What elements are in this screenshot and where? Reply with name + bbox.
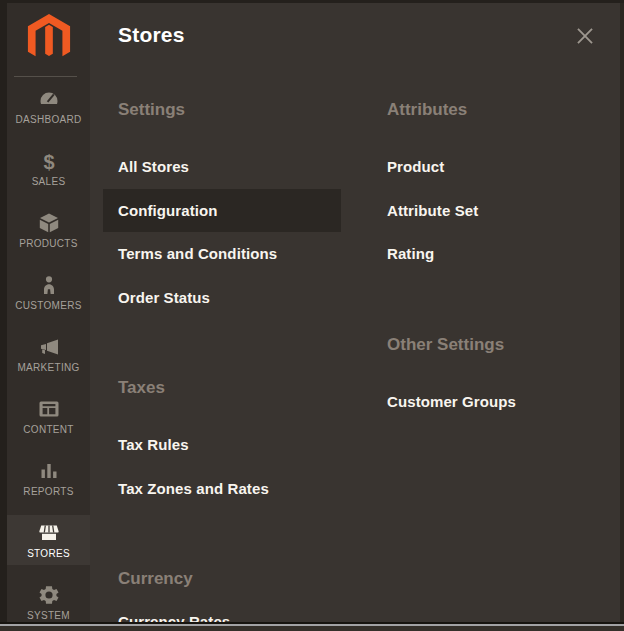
flyout-column-1: Settings All Stores Configuration Terms … xyxy=(103,99,341,631)
menu-item-attribute-set[interactable]: Attribute Set xyxy=(372,189,610,233)
window-right-edge xyxy=(620,0,624,631)
gear-icon xyxy=(37,583,61,607)
flyout-body: Settings All Stores Configuration Terms … xyxy=(90,99,620,631)
sidebar-item-customers[interactable]: CUSTOMERS xyxy=(7,267,90,317)
group-heading: Currency xyxy=(103,568,341,590)
menu-item-rating[interactable]: Rating xyxy=(372,232,610,276)
sidebar-item-label: STORES xyxy=(27,548,70,560)
sidebar-item-label: PRODUCTS xyxy=(19,238,78,250)
group-heading: Settings xyxy=(103,99,341,121)
close-icon[interactable] xyxy=(572,23,598,49)
menu-item-tax-zones-and-rates[interactable]: Tax Zones and Rates xyxy=(103,467,341,511)
menu-item-tax-rules[interactable]: Tax Rules xyxy=(103,423,341,467)
box-icon xyxy=(37,211,61,235)
sidebar-item-marketing[interactable]: MARKETING xyxy=(7,329,90,379)
group-settings: Settings All Stores Configuration Terms … xyxy=(103,99,341,319)
flyout-column-2: Attributes Product Attribute Set Rating … xyxy=(372,99,610,631)
bar-chart-icon xyxy=(37,459,61,483)
menu-item-order-status[interactable]: Order Status xyxy=(103,276,341,320)
sidebar-item-label: REPORTS xyxy=(23,486,73,498)
window-top-edge xyxy=(0,0,624,3)
group-heading: Other Settings xyxy=(372,334,610,356)
window-bottom-edge xyxy=(0,622,624,631)
flyout-title: Stores xyxy=(118,21,185,49)
group-other-settings: Other Settings Customer Groups xyxy=(372,334,610,424)
storefront-icon xyxy=(37,521,61,545)
sidebar-item-label: SYSTEM xyxy=(27,610,70,622)
sidebar-item-reports[interactable]: REPORTS xyxy=(7,453,90,503)
sidebar-item-content[interactable]: CONTENT xyxy=(7,391,90,441)
group-heading: Taxes xyxy=(103,377,341,399)
sidebar-item-system[interactable]: SYSTEM xyxy=(7,577,90,627)
sidebar-nav: DASHBOARD $ SALES PRODUCTS CUSTOMERS xyxy=(7,81,90,627)
sidebar-item-dashboard[interactable]: DASHBOARD xyxy=(7,81,90,131)
group-heading: Attributes xyxy=(372,99,610,121)
megaphone-icon xyxy=(37,335,61,359)
sidebar-item-products[interactable]: PRODUCTS xyxy=(7,205,90,255)
person-icon xyxy=(37,273,61,297)
sidebar-item-label: CUSTOMERS xyxy=(15,300,81,312)
svg-text:$: $ xyxy=(43,151,54,173)
sidebar-item-stores[interactable]: STORES xyxy=(7,515,90,565)
dashboard-gauge-icon xyxy=(37,87,61,111)
sidebar-item-label: CONTENT xyxy=(23,424,73,436)
magento-logo-icon[interactable] xyxy=(26,14,72,64)
menu-item-customer-groups[interactable]: Customer Groups xyxy=(372,380,610,424)
admin-sidebar: DASHBOARD $ SALES PRODUCTS CUSTOMERS xyxy=(7,3,90,631)
magento-admin-window: DASHBOARD $ SALES PRODUCTS CUSTOMERS xyxy=(0,0,624,631)
sidebar-item-label: SALES xyxy=(32,176,66,188)
group-attributes: Attributes Product Attribute Set Rating xyxy=(372,99,610,276)
sidebar-item-sales[interactable]: $ SALES xyxy=(7,143,90,193)
group-taxes: Taxes Tax Rules Tax Zones and Rates xyxy=(103,377,341,510)
layout-icon xyxy=(37,397,61,421)
menu-item-terms-and-conditions[interactable]: Terms and Conditions xyxy=(103,232,341,276)
menu-item-product[interactable]: Product xyxy=(372,145,610,189)
flyout-header: Stores xyxy=(90,3,620,49)
sidebar-item-label: MARKETING xyxy=(17,362,79,374)
stores-flyout-menu: Stores Settings All Stores Configuration… xyxy=(90,3,620,631)
menu-item-all-stores[interactable]: All Stores xyxy=(103,145,341,189)
menu-item-configuration[interactable]: Configuration xyxy=(103,189,341,233)
sidebar-item-label: DASHBOARD xyxy=(15,114,81,126)
sidebar-divider xyxy=(14,76,77,77)
dollar-icon: $ xyxy=(37,149,61,173)
